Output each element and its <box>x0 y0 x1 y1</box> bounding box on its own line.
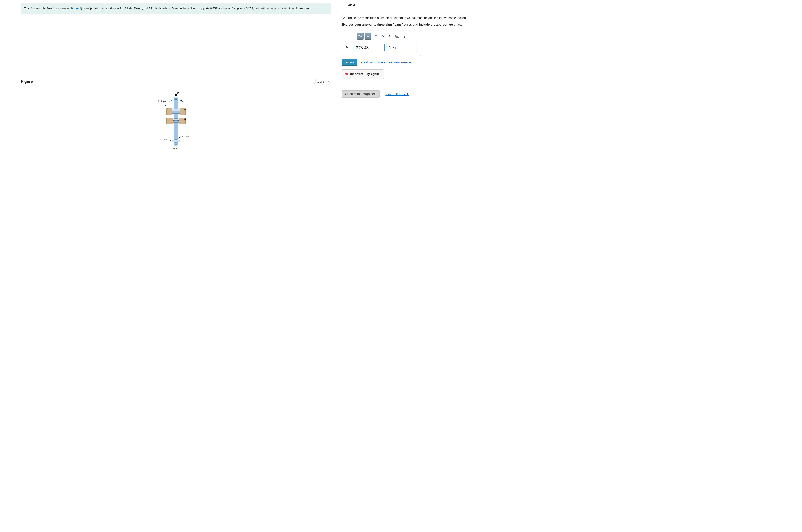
svg-line-15 <box>168 140 172 141</box>
incorrect-icon: ✖ <box>345 72 348 76</box>
text: and collar <box>217 7 232 10</box>
feedback-box: ✖ Incorrect; Try Again <box>342 69 384 79</box>
label-M: M <box>181 100 183 103</box>
var-P: P <box>216 7 217 10</box>
svg-point-19 <box>368 35 368 36</box>
label-A: A <box>184 108 186 111</box>
figure-link[interactable]: Figure 1 <box>71 7 81 10</box>
text: = 0.2 for both collars. Assume that coll… <box>143 7 196 10</box>
text: = 32 kN. Take <box>122 7 141 10</box>
svg-rect-4 <box>166 109 172 115</box>
dim-100mm: 100 mm <box>158 99 166 102</box>
svg-rect-20 <box>395 35 399 37</box>
var-A: A <box>196 7 198 10</box>
previous-answers-link[interactable]: Previous Answers <box>361 61 386 64</box>
help-icon[interactable]: ? <box>401 33 408 40</box>
svg-line-14 <box>179 136 180 139</box>
text: , both with a uniform distribution of pr… <box>253 7 310 10</box>
svg-line-13 <box>164 102 168 110</box>
feedback-text: Incorrect; Try Again <box>350 72 379 76</box>
answer-variable-label: M = <box>345 45 352 50</box>
var-P: P <box>252 7 253 10</box>
figure-diagram: P M A B 100 mm 50 mm 75 mm 30 mm <box>156 91 196 150</box>
figure-nav-count: 1 of 1 <box>317 80 325 83</box>
part-label: Part A <box>346 3 356 7</box>
question-text: Determine the magnitude of the smallest … <box>342 16 794 20</box>
text: ) is subjected to an axial force <box>81 7 120 10</box>
dim-30mm: 30 mm <box>171 147 178 150</box>
answer-panel: ↶ ↷ ↻ ? M = <box>342 30 421 56</box>
figure-section: Figure ‹ 1 of 1 › <box>21 79 331 150</box>
return-button[interactable]: ‹ Return to Assignment <box>342 90 380 98</box>
text: The <box>24 7 30 10</box>
redo-icon[interactable]: ↷ <box>380 33 386 40</box>
label-P: P <box>177 91 179 94</box>
templates-button[interactable] <box>357 33 364 40</box>
provide-feedback-link[interactable]: Provide Feedback <box>385 93 408 96</box>
answer-value-input[interactable] <box>354 44 385 52</box>
term: double-collar bearing <box>30 7 57 10</box>
caret-down-icon: ▼ <box>342 4 344 6</box>
submit-button[interactable]: Submit <box>342 59 357 65</box>
part-header[interactable]: ▼ Part A <box>342 2 794 10</box>
text: supports 0.25 <box>233 7 252 10</box>
svg-point-10 <box>172 140 180 142</box>
undo-icon[interactable]: ↶ <box>372 33 379 40</box>
symbols-button[interactable] <box>365 33 371 40</box>
problem-statement: The double-collar bearing shown in (Figu… <box>21 3 331 14</box>
keyboard-icon[interactable] <box>394 33 401 40</box>
svg-point-1 <box>174 97 178 98</box>
figure-next-button[interactable]: › <box>326 79 331 84</box>
figure-title: Figure <box>21 79 33 84</box>
chevron-left-icon: ‹ <box>345 92 346 96</box>
figure-prev-button[interactable]: ‹ <box>311 79 316 84</box>
svg-rect-17 <box>359 35 360 36</box>
svg-point-11 <box>174 145 178 146</box>
svg-rect-8 <box>166 118 173 124</box>
answer-unit-input[interactable] <box>386 44 417 52</box>
var-B: B <box>232 7 233 10</box>
svg-rect-18 <box>361 36 362 37</box>
dim-50mm: 50 mm <box>182 135 188 138</box>
reset-icon[interactable]: ↻ <box>387 33 393 40</box>
return-label: Return to Assignment <box>347 92 377 96</box>
text: shown in ( <box>57 7 71 10</box>
dim-75mm: 75 mm <box>160 138 167 141</box>
label-B: B <box>184 118 186 120</box>
request-answer-link[interactable]: Request Answer <box>389 61 411 64</box>
text: supports 0.75 <box>198 7 216 10</box>
instruction-text: Express your answer to three significant… <box>342 23 794 26</box>
